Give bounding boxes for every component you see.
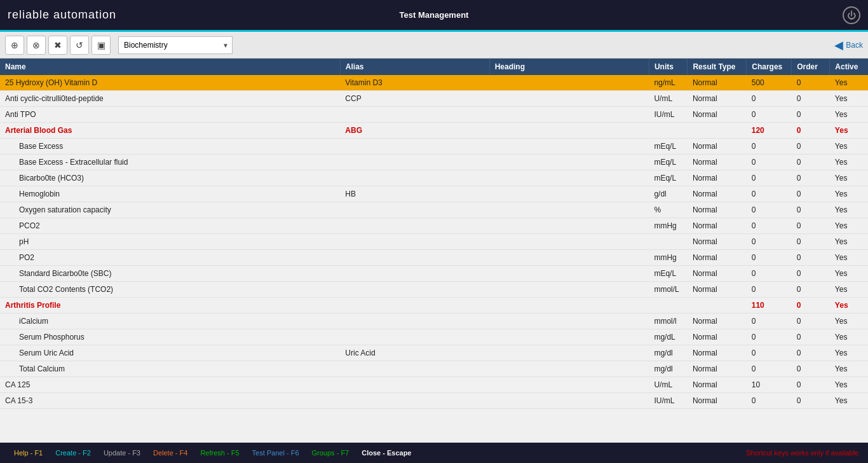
- help-shortcut[interactable]: Help - F1: [8, 449, 49, 457]
- cell-charges: 0: [747, 91, 792, 107]
- table-row[interactable]: Arthritis Profile1100Yes: [0, 298, 868, 314]
- table-row[interactable]: iCalciummmol/lNormal00Yes: [0, 314, 868, 329]
- cell-heading: [489, 266, 649, 282]
- col-header-heading: Heading: [489, 59, 649, 75]
- table-row[interactable]: Bicarbo0te (HCO3)mEq/LNormal00Yes: [0, 170, 868, 186]
- cell-units: ng/mL: [649, 75, 687, 91]
- table-row[interactable]: Total CO2 Contents (TCO2)mmol/LNormal00Y…: [0, 282, 868, 298]
- table-row[interactable]: Total Calciummg/dlNormal00Yes: [0, 361, 868, 377]
- table-row[interactable]: Anti cyclic-citrulli0ted-peptideCCPU/mLN…: [0, 91, 868, 107]
- cell-result-type: Normal: [688, 75, 747, 91]
- cell-heading: [489, 234, 649, 250]
- cell-heading: [489, 202, 649, 218]
- cell-order: 0: [792, 123, 830, 139]
- update-shortcut[interactable]: Update - F3: [97, 449, 147, 457]
- power-button[interactable]: ⏻: [843, 6, 860, 24]
- cell-heading: [489, 107, 649, 123]
- table-row[interactable]: Arterial Blood GasABG1200Yes: [0, 123, 868, 139]
- col-header-charges: Charges: [747, 59, 792, 75]
- cell-name: Oxygen saturation capacity: [0, 202, 340, 218]
- cell-result-type: [688, 123, 747, 139]
- cell-charges: 0: [747, 329, 792, 345]
- table-row[interactable]: Base Excess - Extracellular fluidmEq/LNo…: [0, 155, 868, 170]
- cell-result-type: Normal: [688, 329, 747, 345]
- cell-heading: [489, 155, 649, 170]
- cell-alias: [340, 314, 489, 329]
- cell-charges: 0: [747, 218, 792, 234]
- cell-active: Yes: [830, 298, 868, 314]
- col-header-units: Units: [649, 59, 687, 75]
- close-shortcut[interactable]: Close - Escape: [355, 449, 417, 457]
- toolbar: ⊕ ⊗ ✖ ↺ ▣ BiochemistryHematologyImmunolo…: [0, 32, 868, 59]
- cell-active: Yes: [830, 314, 868, 329]
- cell-units: mmHg: [649, 250, 687, 266]
- table-row[interactable]: PO2mmHgNormal00Yes: [0, 250, 868, 266]
- cell-alias: [340, 107, 489, 123]
- table-row[interactable]: Standard Bicarbo0te (SBC)mEq/LNormal00Ye…: [0, 266, 868, 282]
- cell-alias: ABG: [340, 123, 489, 139]
- cell-alias: [340, 266, 489, 282]
- delete-shortcut[interactable]: Delete - F4: [147, 449, 194, 457]
- category-select[interactable]: BiochemistryHematologyImmunologyMicrobio…: [118, 36, 233, 54]
- cell-order: 0: [792, 170, 830, 186]
- cell-order: 0: [792, 314, 830, 329]
- cell-units: g/dl: [649, 186, 687, 202]
- cell-result-type: Normal: [688, 202, 747, 218]
- cell-active: Yes: [830, 123, 868, 139]
- cell-charges: 110: [747, 298, 792, 314]
- cell-active: Yes: [830, 218, 868, 234]
- cell-units: mmol/l: [649, 314, 687, 329]
- cell-alias: [340, 234, 489, 250]
- test-panel-shortcut[interactable]: Test Panel - F6: [246, 449, 306, 457]
- back-button[interactable]: ◀ Back: [834, 38, 863, 52]
- cell-active: Yes: [830, 345, 868, 361]
- status-bar: Help - F1 Create - F2 Update - F3 Delete…: [0, 443, 868, 463]
- app-title: reliable automation: [8, 8, 116, 22]
- cell-charges: 0: [747, 170, 792, 186]
- col-header-name: Name: [0, 59, 340, 75]
- cell-result-type: Normal: [688, 234, 747, 250]
- cell-result-type: Normal: [688, 345, 747, 361]
- col-header-result: Result Type: [688, 59, 747, 75]
- cell-active: Yes: [830, 361, 868, 377]
- cell-heading: [489, 314, 649, 329]
- cell-charges: 0: [747, 266, 792, 282]
- table-row[interactable]: PCO2mmHgNormal00Yes: [0, 218, 868, 234]
- table-row[interactable]: Serum Uric AcidUric Acidmg/dlNormal00Yes: [0, 345, 868, 361]
- cell-order: 0: [792, 377, 830, 393]
- table-row[interactable]: CA 125U/mLNormal100Yes: [0, 377, 868, 393]
- power-icon: ⏻: [847, 10, 856, 20]
- cell-units: [649, 234, 687, 250]
- table-header-row: Name Alias Heading Units Result Type Cha…: [0, 59, 868, 75]
- delete-button[interactable]: ✖: [48, 36, 67, 55]
- groups-shortcut[interactable]: Groups - F7: [306, 449, 356, 457]
- print-button[interactable]: ▣: [92, 36, 111, 55]
- cell-order: 0: [792, 234, 830, 250]
- cell-name: Serum Phosphorus: [0, 329, 340, 345]
- cell-charges: 0: [747, 107, 792, 123]
- table-row[interactable]: Oxygen saturation capacity%Normal00Yes: [0, 202, 868, 218]
- table-row[interactable]: Base ExcessmEq/LNormal00Yes: [0, 139, 868, 155]
- cell-active: Yes: [830, 329, 868, 345]
- table-row[interactable]: CA 15-3IU/mLNormal00Yes: [0, 393, 868, 409]
- table-row[interactable]: 25 Hydroxy (OH) Vitamin DVitamin D3ng/mL…: [0, 75, 868, 91]
- cell-heading: [489, 345, 649, 361]
- cell-alias: [340, 361, 489, 377]
- add-button[interactable]: ⊕: [5, 36, 24, 55]
- refresh-shortcut[interactable]: Refresh - F5: [194, 449, 245, 457]
- cell-active: Yes: [830, 91, 868, 107]
- table-row[interactable]: pHNormal00Yes: [0, 234, 868, 250]
- cell-name: Arterial Blood Gas: [0, 123, 340, 139]
- cell-active: Yes: [830, 234, 868, 250]
- table-row[interactable]: HemoglobinHBg/dlNormal00Yes: [0, 186, 868, 202]
- cell-charges: 0: [747, 393, 792, 409]
- window-title: Test Management: [400, 10, 469, 20]
- edit-button[interactable]: ⊗: [27, 36, 46, 55]
- create-shortcut[interactable]: Create - F2: [49, 449, 97, 457]
- cell-order: 0: [792, 91, 830, 107]
- table-row[interactable]: Anti TPOIU/mLNormal00Yes: [0, 107, 868, 123]
- cell-heading: [489, 250, 649, 266]
- table-row[interactable]: Serum Phosphorusmg/dLNormal00Yes: [0, 329, 868, 345]
- refresh-button[interactable]: ↺: [70, 36, 89, 55]
- cell-units: mEq/L: [649, 266, 687, 282]
